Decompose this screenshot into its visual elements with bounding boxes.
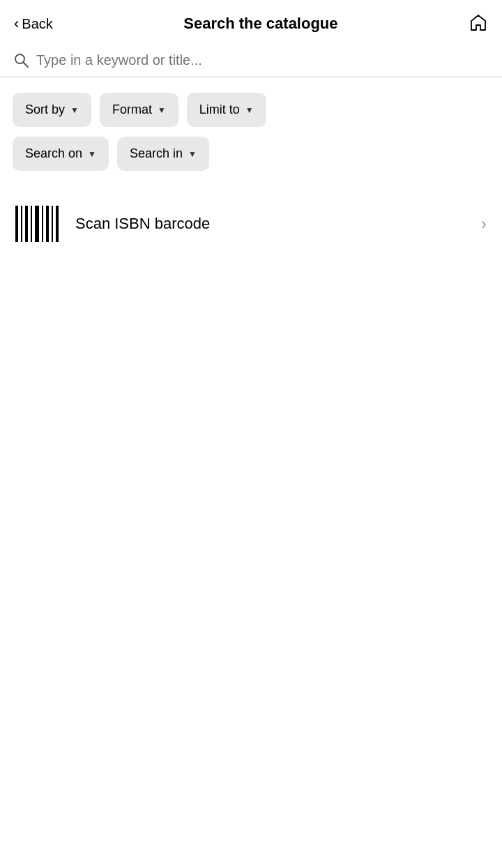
search-icon [13,52,29,68]
back-button[interactable]: ‹ Back [14,16,53,32]
home-icon [469,13,488,32]
search-in-label: Search in [130,146,183,161]
filter-row-1: Sort by ▼ Format ▼ Limit to ▼ [0,77,502,127]
search-in-button[interactable]: Search in ▼ [117,137,209,171]
home-button[interactable] [469,13,488,35]
scan-isbn-row[interactable]: Scan ISBN barcode › [0,185,502,263]
search-on-label: Search on [25,146,82,161]
search-input[interactable] [36,52,489,68]
chevron-right-icon: › [481,214,487,234]
filter-row-2: Search on ▼ Search in ▼ [0,127,502,171]
page-title: Search the catalogue [53,15,469,33]
format-label: Format [112,102,152,117]
format-arrow-icon: ▼ [158,105,166,115]
search-on-button[interactable]: Search on ▼ [13,137,109,171]
scan-isbn-label: Scan ISBN barcode [75,215,210,233]
back-label: Back [22,16,52,32]
chevron-left-icon: ‹ [14,16,19,31]
format-button[interactable]: Format ▼ [100,93,178,127]
svg-line-1 [24,63,29,68]
search-in-arrow-icon: ▼ [188,149,197,159]
scan-isbn-left: Scan ISBN barcode [15,206,210,242]
search-bar [0,45,502,77]
limit-to-label: Limit to [199,102,240,117]
limit-to-button[interactable]: Limit to ▼ [187,93,266,127]
search-on-arrow-icon: ▼ [88,149,96,159]
header: ‹ Back Search the catalogue [0,0,502,45]
sort-by-arrow-icon: ▼ [70,105,79,115]
sort-by-label: Sort by [25,102,65,117]
limit-to-arrow-icon: ▼ [245,105,254,115]
barcode-icon [15,206,59,242]
sort-by-button[interactable]: Sort by ▼ [13,93,91,127]
